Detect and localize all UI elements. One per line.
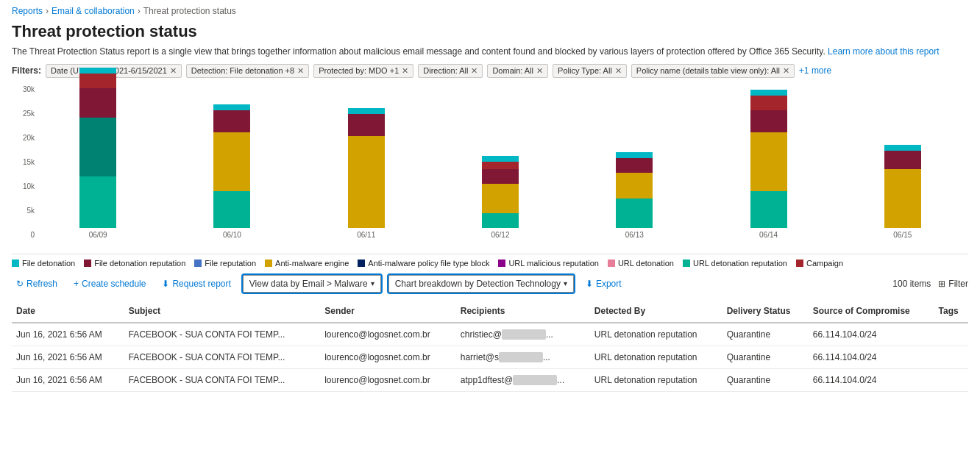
filter-chip-policy-type[interactable]: Policy Type: All ✕ bbox=[553, 64, 627, 78]
table-row[interactable]: Jun 16, 2021 6:56 AMFACEBOOK - SUA CONTA… bbox=[12, 346, 968, 368]
table-body: Jun 16, 2021 6:56 AMFACEBOOK - SUA CONTA… bbox=[12, 323, 968, 392]
chart-breakdown-dropdown[interactable]: Chart breakdown by Detection Technology … bbox=[388, 275, 574, 293]
filter-chip-policy-name[interactable]: Policy name (details table view only): A… bbox=[631, 64, 795, 78]
cell-tags bbox=[934, 346, 968, 368]
filter-chip-detection-close[interactable]: ✕ bbox=[297, 66, 304, 76]
legend-item: Anti-malware policy file type block bbox=[358, 259, 489, 268]
cell-delivery_status: Quarantine bbox=[722, 346, 809, 368]
legend-item: URL malicious reputation bbox=[498, 259, 598, 268]
filter-chip-detection[interactable]: Detection: File detonation +8 ✕ bbox=[186, 64, 309, 78]
bar-segment bbox=[79, 68, 116, 74]
bar-segment bbox=[213, 132, 250, 191]
create-schedule-button[interactable]: + Create schedule bbox=[69, 276, 150, 292]
cell-date: Jun 16, 2021 6:56 AM bbox=[12, 368, 124, 391]
filter-chip-protected-close[interactable]: ✕ bbox=[402, 66, 408, 76]
view-data-label: View data by Email > Malware bbox=[249, 279, 368, 289]
view-data-dropdown[interactable]: View data by Email > Malware ▾ bbox=[243, 275, 381, 293]
legend-color-box bbox=[358, 260, 365, 267]
cell-sender: lourenco@logosnet.com.br bbox=[320, 346, 456, 368]
bar-segment bbox=[348, 136, 385, 228]
bar-segment bbox=[616, 158, 653, 173]
filter-chip-domain-close[interactable]: ✕ bbox=[536, 66, 543, 76]
refresh-button[interactable]: ↻ Refresh bbox=[12, 276, 62, 292]
filter-chip-direction[interactable]: Direction: All ✕ bbox=[418, 64, 483, 78]
filter-chip-detection-text: Detection: File detonation +8 bbox=[191, 66, 294, 75]
page-container: Reports › Email & collaboration › Threat… bbox=[0, 0, 980, 398]
bar-segment bbox=[482, 156, 519, 162]
description-text: The Threat Protection Status report is a… bbox=[12, 46, 825, 57]
cell-detected_by: URL detonation reputation bbox=[590, 323, 722, 346]
legend-label: File reputation bbox=[205, 259, 256, 268]
cell-subject: FACEBOOK - SUA CONTA FOI TEMP... bbox=[124, 346, 321, 368]
breadcrumb-reports[interactable]: Reports bbox=[12, 6, 43, 16]
bar-segment bbox=[482, 184, 519, 213]
cell-tags bbox=[934, 323, 968, 346]
bar-segment bbox=[79, 88, 116, 118]
chart-legend: File detonationFile detonation reputatio… bbox=[12, 259, 968, 268]
bar-segment bbox=[213, 104, 250, 110]
filter-chip-policy-type-close[interactable]: ✕ bbox=[615, 66, 622, 76]
bar-segment bbox=[213, 191, 250, 228]
legend-item: File detonation reputation bbox=[84, 259, 185, 268]
table-row[interactable]: Jun 16, 2021 6:56 AMFACEBOOK - SUA CONTA… bbox=[12, 368, 968, 391]
bar-label: 06/15 bbox=[893, 231, 912, 239]
bar-label: 06/14 bbox=[759, 231, 778, 239]
filter-chip-protected[interactable]: Protected by: MDO +1 ✕ bbox=[313, 64, 413, 78]
bar-segment bbox=[79, 118, 116, 176]
table-row[interactable]: Jun 16, 2021 6:56 AMFACEBOOK - SUA CONTA… bbox=[12, 323, 968, 346]
y-label-5k: 5k bbox=[26, 207, 35, 215]
chart-breakdown-label: Chart breakdown by Detection Technology bbox=[395, 279, 561, 289]
cell-subject: FACEBOOK - SUA CONTA FOI TEMP... bbox=[124, 323, 321, 346]
col-detected-by: Detected By bbox=[590, 300, 722, 323]
bar-label: 06/12 bbox=[491, 231, 509, 239]
filter-chip-policy-name-text: Policy name (details table view only): A… bbox=[636, 66, 780, 75]
cell-delivery_status: Quarantine bbox=[722, 323, 809, 346]
export-button[interactable]: ⬇ Export bbox=[581, 276, 626, 292]
bar-stack-06/10 bbox=[213, 104, 250, 228]
chart-y-axis: 30k 25k 20k 15k 10k 5k 0 bbox=[12, 85, 38, 239]
data-table: Date Subject Sender Recipients Detected … bbox=[12, 300, 968, 392]
cell-sender: lourenco@logosnet.com.br bbox=[320, 368, 456, 391]
bar-segment bbox=[348, 108, 385, 114]
bar-segment bbox=[884, 151, 921, 169]
cell-date: Jun 16, 2021 6:56 AM bbox=[12, 323, 124, 346]
bar-stack-06/12 bbox=[482, 156, 519, 228]
items-count: 100 items bbox=[892, 279, 931, 289]
filter-chip-date-close[interactable]: ✕ bbox=[170, 66, 177, 76]
bar-segment bbox=[482, 213, 519, 228]
breadcrumb-current: Threat protection status bbox=[143, 6, 236, 16]
cell-detected_by: URL detonation reputation bbox=[590, 346, 722, 368]
legend-label: Campaign bbox=[806, 259, 843, 268]
filter-chip-domain[interactable]: Domain: All ✕ bbox=[487, 64, 548, 78]
col-sender: Sender bbox=[320, 300, 456, 323]
filter-button[interactable]: ⊞ Filter bbox=[938, 279, 968, 289]
filter-chip-direction-close[interactable]: ✕ bbox=[471, 66, 477, 76]
bar-group-06/09: 06/09 bbox=[40, 68, 156, 239]
filter-chip-policy-name-close[interactable]: ✕ bbox=[783, 66, 789, 76]
bar-segment bbox=[750, 110, 787, 132]
cell-delivery_status: Quarantine bbox=[722, 368, 809, 391]
filter-icon: ⊞ bbox=[938, 279, 945, 289]
y-label-15k: 15k bbox=[23, 158, 35, 166]
toolbar: ↻ Refresh + Create schedule ⬇ Request re… bbox=[12, 275, 968, 293]
filter-more[interactable]: +1 more bbox=[799, 65, 831, 76]
chart-area: 30k 25k 20k 15k 10k 5k 0 06/0906/1006/11… bbox=[12, 85, 968, 254]
col-delivery-status: Delivery Status bbox=[722, 300, 809, 323]
y-label-20k: 20k bbox=[23, 134, 35, 142]
cell-detected_by: URL detonation reputation bbox=[590, 368, 722, 391]
bar-segment bbox=[213, 110, 250, 132]
breadcrumb-email-collab[interactable]: Email & collaboration bbox=[52, 6, 135, 16]
legend-color-box bbox=[608, 260, 615, 267]
bar-group-06/12: 06/12 bbox=[442, 156, 558, 239]
bar-stack-06/11 bbox=[348, 108, 385, 228]
refresh-icon: ↻ bbox=[16, 279, 24, 289]
bar-label: 06/11 bbox=[357, 231, 375, 239]
bar-segment bbox=[750, 90, 787, 96]
col-recipients: Recipients bbox=[456, 300, 590, 323]
cell-recipients: harriet@s ... bbox=[456, 346, 590, 368]
bar-segment bbox=[482, 169, 519, 184]
legend-item: URL detonation reputation bbox=[683, 259, 787, 268]
legend-label: URL malicious reputation bbox=[508, 259, 598, 268]
request-report-button[interactable]: ⬇ Request report bbox=[157, 276, 235, 292]
learn-more-link[interactable]: Learn more about this report bbox=[828, 46, 939, 57]
